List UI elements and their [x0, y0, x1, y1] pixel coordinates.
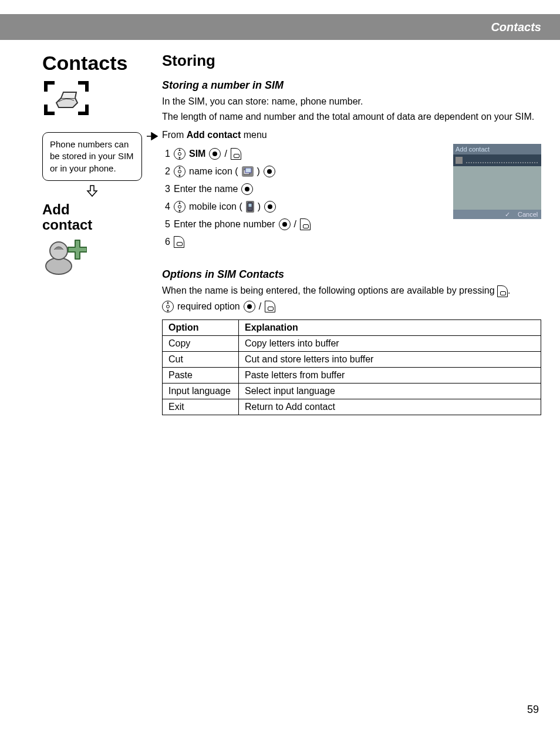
cell-option: Input language	[163, 383, 239, 399]
step1-label: SIM	[189, 149, 205, 159]
from-prefix: From	[162, 130, 187, 140]
step4-suffix: )	[258, 201, 261, 212]
screenshot-title: Add contact	[456, 146, 490, 153]
softkey-icon	[231, 148, 241, 160]
nav-icon	[174, 201, 185, 213]
step-number: 6	[162, 237, 170, 247]
cell-option: Exit	[163, 399, 239, 415]
page-body: Contacts Phone numbers can be stored in …	[0, 40, 560, 415]
svg-rect-9	[456, 157, 463, 164]
page-number: 59	[527, 704, 539, 716]
table-header-row: Option Explanation	[163, 319, 541, 335]
table-row: Input language Select input language	[163, 383, 541, 399]
required-text: required option	[177, 301, 240, 312]
cell-explanation: Paste letters from buffer	[239, 367, 541, 383]
arrow-right-icon	[147, 132, 158, 143]
add-contact-icon	[42, 237, 142, 278]
note-box: Phone numbers can be stored in your SIM …	[42, 132, 142, 181]
cell-explanation: Select input language	[239, 383, 541, 399]
step2-prefix: name icon (	[189, 166, 238, 177]
select-icon	[264, 166, 275, 177]
step3-text: Enter the name	[174, 184, 238, 194]
storing-heading: Storing	[162, 52, 541, 70]
table-row: Exit Return to Add contact	[163, 399, 541, 415]
options-intro: When the name is being entered, the foll…	[162, 284, 541, 297]
steps-wrap: 1 SIM / 2 name icon ( )	[162, 144, 541, 252]
svg-rect-8	[453, 154, 541, 166]
sim-paragraph-2: The length of name and number and the to…	[162, 110, 541, 123]
cell-option: Cut	[163, 351, 239, 367]
softkey-icon	[300, 218, 311, 230]
nav-icon	[174, 166, 185, 177]
step-number: 5	[162, 219, 170, 230]
from-menu-line: From Add contact menu	[162, 130, 541, 140]
slash: /	[224, 149, 227, 159]
step5-text: Enter the phone number	[174, 219, 275, 230]
add-contact-heading: Add contact	[42, 202, 142, 233]
svg-text:✓: ✓	[505, 211, 510, 218]
slash: /	[294, 219, 296, 230]
left-column: Contacts Phone numbers can be stored in …	[42, 52, 154, 415]
step2-suffix: )	[257, 166, 260, 177]
softkey-icon	[265, 301, 275, 312]
step-5: 5 Enter the phone number /	[162, 217, 443, 232]
options-section: Options in SIM Contacts When the name is…	[162, 268, 541, 415]
table-row: Cut Cut and store letters into buffer	[163, 351, 541, 367]
name-card-icon	[242, 166, 254, 177]
from-bold: Add contact	[187, 130, 241, 140]
from-suffix: menu	[241, 130, 266, 140]
storing-sim-heading: Storing a number in SIM	[162, 79, 541, 92]
cell-explanation: Cut and store letters into buffer	[239, 351, 541, 367]
th-explanation: Explanation	[239, 319, 541, 335]
step-3: 3 Enter the name	[162, 181, 443, 197]
svg-point-1	[50, 242, 68, 260]
add-line2: contact	[42, 217, 142, 233]
mobile-icon	[246, 201, 254, 213]
slash: /	[259, 301, 261, 312]
header-bar: Contacts	[0, 14, 560, 40]
cell-explanation: Copy letters into buffer	[239, 335, 541, 351]
main-column: Storing Storing a number in SIM In the S…	[154, 52, 541, 415]
select-icon	[264, 201, 276, 213]
step-number: 4	[162, 201, 170, 212]
step-6: 6	[162, 234, 443, 250]
header-title: Contacts	[491, 21, 541, 34]
softkey-icon	[174, 236, 184, 248]
svg-text:Cancel: Cancel	[518, 211, 538, 218]
down-arrow-icon	[42, 184, 142, 201]
svg-rect-5	[248, 204, 251, 207]
th-option: Option	[163, 319, 239, 335]
required-option-line: required option /	[162, 301, 541, 312]
step-number: 1	[162, 149, 170, 159]
select-icon	[279, 218, 291, 230]
cell-option: Copy	[163, 335, 239, 351]
step-1: 1 SIM /	[162, 146, 443, 162]
step-number: 2	[162, 166, 170, 177]
select-icon	[209, 148, 221, 160]
note-text: Phone numbers can be stored in your SIM …	[50, 139, 134, 173]
contacts-title: Contacts	[42, 52, 142, 75]
options-intro-suffix: .	[508, 285, 510, 295]
sim-paragraph-1: In the SIM, you can store: name, phone n…	[162, 95, 541, 108]
options-table: Option Explanation Copy Copy letters int…	[162, 319, 541, 415]
select-icon	[241, 183, 253, 195]
step-4: 4 mobile icon ( )	[162, 199, 443, 214]
cell-option: Paste	[163, 367, 239, 383]
step4-prefix: mobile icon (	[189, 201, 242, 212]
cell-explanation: Return to Add contact	[239, 399, 541, 415]
svg-rect-3	[245, 168, 251, 173]
nav-icon	[162, 301, 174, 312]
table-row: Copy Copy letters into buffer	[163, 335, 541, 351]
phone-screenshot: Add contact ✓ Cancel	[453, 144, 541, 221]
softkey-icon	[497, 285, 508, 297]
svg-point-0	[46, 258, 72, 274]
nav-icon	[174, 148, 185, 160]
options-heading: Options in SIM Contacts	[162, 268, 541, 281]
table-row: Paste Paste letters from buffer	[163, 367, 541, 383]
add-line1: Add	[42, 202, 142, 217]
options-intro-prefix: When the name is being entered, the foll…	[162, 285, 497, 295]
step-2: 2 name icon ( )	[162, 164, 443, 179]
select-icon	[244, 301, 255, 312]
steps-list: 1 SIM / 2 name icon ( )	[162, 144, 443, 252]
step-number: 3	[162, 184, 170, 194]
